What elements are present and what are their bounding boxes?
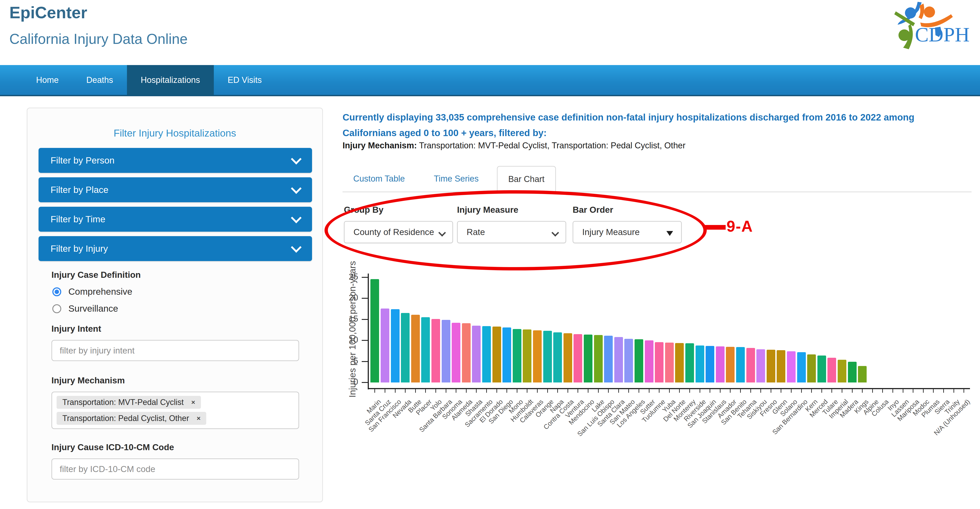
control-group-injury-measure: Injury MeasureRate [457,205,566,243]
radio-option-comprehensive[interactable]: Comprehensive [52,286,132,297]
applied-filters: Injury Mechanism: Transportation: MVT-Pe… [342,141,686,150]
nav-item-deaths[interactable]: Deaths [72,65,127,95]
x-tick [588,389,589,393]
y-tick [362,319,368,320]
select-group-by[interactable]: County of Residence [344,221,453,243]
remove-tag-icon[interactable]: × [197,415,200,422]
bar-ventura [574,334,582,382]
x-tick [608,389,609,393]
x-tick [618,389,619,393]
accordion-filter-by-time[interactable]: Filter by Time [38,207,312,232]
bar-el-dorado [492,326,501,382]
x-tick [730,389,730,393]
injury-intent-input[interactable] [51,340,299,361]
tab-time-series[interactable]: Time Series [423,166,489,192]
x-tick [679,389,680,393]
x-tick [395,389,396,393]
bar-santa-cruz [381,309,389,382]
x-tick [842,389,842,393]
remove-tag-icon[interactable]: × [191,399,195,406]
nav-item-hospitalizations[interactable]: Hospitalizations [127,65,214,95]
radio-selected-icon[interactable] [52,287,61,296]
injury-mechanism-label: Injury Mechanism [51,375,125,385]
bar-kern [807,355,816,382]
filter-panel-title: Filter Injury Hospitalizations [27,127,322,139]
bar-solano [787,351,795,382]
x-tick [649,389,649,393]
x-tick [537,389,538,393]
bar-madera [848,362,857,382]
x-tick [710,389,710,393]
radio-option-surveillance[interactable]: Surveillance [52,304,118,314]
select-value: Injury Measure [582,227,640,237]
x-tick [628,389,629,393]
x-tick [872,389,873,393]
x-tick [598,389,599,393]
y-tick [362,298,368,299]
nav-item-home[interactable]: Home [22,65,72,95]
svg-text:CDPH: CDPH [915,23,969,46]
bar-san-joaquin [706,346,714,382]
icd-code-input[interactable] [51,458,299,480]
x-tick [821,389,822,393]
bar-san-luis-obispo [604,336,613,382]
x-tick [527,389,527,393]
x-tick [862,389,862,393]
bar-imperial [838,360,846,382]
bar-yuba [665,343,674,382]
bar-mono [513,329,522,382]
case-definition-label: Injury Case Definition [51,270,141,280]
x-tick [578,389,578,393]
bar-marin [371,279,379,382]
bar-alameda [462,323,471,382]
control-label: Bar Order [573,205,682,215]
x-tick [496,389,497,393]
x-tick [720,389,721,393]
injury-mechanism-multiselect[interactable]: Transportation: MVT-Pedal Cyclist×Transp… [51,391,299,429]
x-tick [760,389,761,393]
x-tick [811,389,812,393]
x-tick [506,389,507,393]
y-tick-label: 10 [323,335,358,345]
page-subtitle: California Injury Data Online [10,31,188,47]
tab-custom-table[interactable]: Custom Table [342,166,415,192]
x-tick [832,389,832,393]
x-tick [517,389,517,393]
tab-bar-chart[interactable]: Bar Chart [497,166,556,192]
y-tick [362,361,368,362]
radio-unselected-icon[interactable] [52,304,61,313]
x-tick [659,389,660,393]
x-tick [476,389,477,393]
x-tick [750,389,751,393]
bar-calaveras [533,330,542,382]
y-tick [362,340,368,341]
view-tabs: Custom TableTime SeriesBar Chart [342,166,972,192]
accordion-filter-by-person[interactable]: Filter by Person [38,148,312,173]
bar-sonoma [452,323,460,382]
accordion-filter-by-injury[interactable]: Filter by Injury [38,236,312,261]
y-tick-label: 0 [323,377,358,387]
x-tick [638,389,639,393]
accordion-filter-by-place[interactable]: Filter by Place [38,177,312,202]
y-axis-line [368,274,369,390]
select-value: Rate [467,227,485,237]
bar-tehama [746,348,755,382]
y-tick [362,277,368,278]
bar-placer [421,317,430,382]
control-label: Group By [344,205,453,215]
mechanism-tag: Transportation: MVT-Pedal Cyclist× [57,396,201,409]
bar-san-bernardino [797,352,806,382]
bar-humboldt [523,329,531,382]
select-bar-order[interactable]: Injury Measure [573,221,682,243]
select-injury-measure[interactable]: Rate [457,221,566,243]
x-tick [953,389,954,393]
main-nav: HomeDeathsHospitalizationsED Visits [0,65,980,96]
bar-glenn [776,350,785,382]
bar-siskiyou [756,349,765,382]
logo-orange-figure-head [924,6,935,17]
x-tick [425,389,426,393]
mechanism-tag: Transportation: Pedal Cyclist, Other× [57,412,206,425]
x-tick [486,389,487,393]
bar-butte [411,315,420,382]
nav-item-ed-visits[interactable]: ED Visits [214,65,275,95]
